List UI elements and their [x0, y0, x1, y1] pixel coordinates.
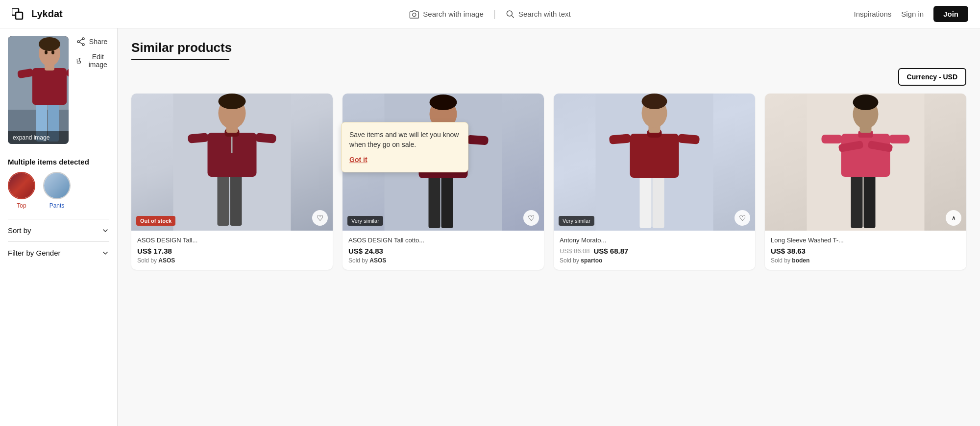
product-image-3: Very similar ♡ [554, 94, 755, 231]
svg-rect-52 [851, 174, 863, 228]
product-name-3: Antony Morato... [560, 237, 749, 244]
seller-row-4: Sold by boden [771, 257, 960, 264]
svg-rect-33 [441, 174, 453, 228]
svg-rect-22 [230, 172, 242, 226]
svg-point-60 [853, 95, 879, 110]
svg-rect-27 [255, 133, 276, 143]
sort-chevron-icon [101, 227, 109, 235]
edit-icon [76, 56, 83, 65]
logo[interactable]: Lykdat [12, 8, 63, 20]
expand-image-label[interactable]: expand image [8, 131, 69, 144]
svg-rect-42 [640, 174, 652, 228]
price-row-4: US$ 38.63 [771, 247, 960, 255]
inspirations-link[interactable]: Inspirations [854, 10, 892, 18]
tooltip-text: Save items and we will let you know when… [349, 130, 460, 149]
product-name-4: Long Sleeve Washed T-... [771, 237, 960, 244]
svg-rect-21 [218, 172, 229, 226]
price-row-1: US$ 17.38 [137, 247, 327, 255]
price-current-2: US$ 24.83 [348, 247, 383, 255]
svg-rect-19 [77, 61, 80, 63]
product-card-3[interactable]: Very similar ♡ Antony Morato... US$ 86.0… [554, 94, 755, 270]
gender-chevron-icon [101, 249, 109, 257]
price-current-4: US$ 38.63 [771, 247, 806, 255]
svg-point-14 [45, 50, 48, 54]
header-right: Inspirations Sign in Join [854, 6, 968, 22]
filter-gender-filter[interactable]: Filter by Gender [8, 241, 109, 264]
svg-rect-32 [429, 174, 441, 228]
edit-image-button[interactable]: Edit image [76, 52, 109, 70]
share-icon [76, 37, 85, 46]
camera-icon [409, 10, 419, 19]
price-row-2: US$ 24.83 [348, 247, 538, 255]
currency-button[interactable]: Currency - USD [898, 68, 966, 86]
detected-items: Top Pants [8, 172, 109, 209]
product-card-4[interactable]: ∧ Long Sleeve Washed T-... US$ 38.63 Sol… [765, 94, 966, 270]
price-original-3: US$ 86.08 [560, 247, 589, 255]
svg-rect-8 [32, 68, 67, 105]
svg-rect-43 [653, 174, 664, 228]
svg-point-40 [430, 95, 457, 110]
filter-gender-label: Filter by Gender [8, 249, 61, 257]
join-button[interactable]: Join [933, 6, 968, 22]
pants-circle [43, 172, 71, 199]
tooltip-got-it-link[interactable]: Got it [349, 156, 368, 164]
product-info-4: Long Sleeve Washed T-... US$ 38.63 Sold … [765, 231, 966, 270]
product-info-2: ASOS DESIGN Tall cotto... US$ 24.83 Sold… [343, 231, 544, 270]
svg-point-15 [51, 50, 54, 54]
seller-name-2: ASOS [369, 257, 386, 264]
svg-point-13 [39, 37, 60, 51]
svg-rect-46 [609, 134, 631, 144]
seller-name-4: boden [792, 257, 809, 264]
similarity-badge-2: Very similar [347, 216, 383, 226]
search-with-text-button[interactable]: Search with text [498, 6, 579, 23]
product-name-1: ASOS DESIGN Tall... [137, 237, 327, 244]
sidebar: expand image Share [0, 28, 118, 426]
wishlist-button-2[interactable]: ♡ [523, 210, 539, 226]
pants-label: Pants [49, 202, 65, 209]
top-circle [8, 172, 35, 199]
product-info-1: ASOS DESIGN Tall... US$ 17.38 Sold by AS… [131, 231, 333, 270]
product-card-2[interactable]: Very similar ♡ ASOS DESIGN Tall cotto...… [343, 94, 544, 270]
seller-row-2: Sold by ASOS [348, 257, 538, 264]
signin-link[interactable]: Sign in [901, 10, 924, 18]
top-label: Top [17, 202, 26, 209]
svg-point-30 [219, 94, 246, 109]
logo-text: Lykdat [31, 8, 63, 20]
scroll-top-button[interactable]: ∧ [946, 210, 961, 226]
edit-label: Edit image [87, 53, 109, 69]
page-title: Similar products [131, 40, 966, 55]
title-underline [131, 59, 229, 60]
svg-rect-44 [630, 134, 679, 178]
similarity-badge-3: Very similar [559, 216, 594, 226]
products-grid: Out of stock ♡ ASOS DESIGN Tall... US$ 1… [131, 94, 966, 270]
image-actions: Share Edit image [76, 36, 109, 70]
save-tooltip: Save items and we will let you know when… [341, 122, 468, 172]
product-name-2: ASOS DESIGN Tall cotto... [348, 237, 538, 244]
seller-name-1: ASOS [158, 257, 175, 264]
product-image-1: Out of stock ♡ [131, 94, 333, 231]
product-img-svg-4 [765, 94, 966, 231]
detected-item-pants[interactable]: Pants [43, 172, 71, 209]
svg-rect-57 [889, 135, 910, 143]
svg-rect-56 [822, 135, 842, 143]
wishlist-button-3[interactable]: ♡ [735, 210, 750, 226]
product-image-4: ∧ [765, 94, 966, 231]
product-img-svg-1 [131, 94, 333, 231]
seller-row-1: Sold by ASOS [137, 257, 327, 264]
svg-point-3 [507, 11, 512, 16]
uploaded-image-svg [8, 36, 69, 144]
detected-item-top[interactable]: Top [8, 172, 35, 209]
svg-point-16 [82, 38, 84, 40]
uploaded-image: expand image [8, 36, 69, 144]
sort-by-filter[interactable]: Sort by [8, 219, 109, 241]
main-layout: expand image Share [0, 28, 980, 426]
header-search-area: Search with image | Search with text [401, 6, 578, 23]
product-card-1[interactable]: Out of stock ♡ ASOS DESIGN Tall... US$ 1… [131, 94, 333, 270]
svg-rect-54 [841, 134, 890, 177]
share-button[interactable]: Share [76, 36, 109, 47]
search-with-image-button[interactable]: Search with image [401, 6, 491, 23]
image-placeholder [8, 36, 69, 144]
product-img-svg-3 [554, 94, 755, 231]
wishlist-button-1[interactable]: ♡ [312, 210, 328, 226]
svg-rect-47 [678, 134, 700, 144]
